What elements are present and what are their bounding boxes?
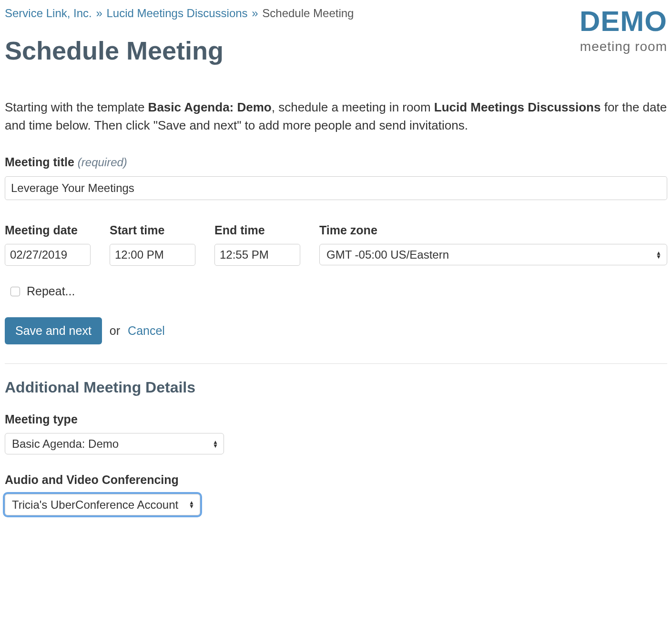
meeting-date-input[interactable] <box>5 244 91 266</box>
breadcrumb-sep-icon: » <box>96 7 102 20</box>
or-text: or <box>110 322 120 340</box>
breadcrumb-link-room[interactable]: Lucid Meetings Discussions <box>106 7 247 20</box>
end-time-label: End time <box>214 221 300 240</box>
intro-text: Starting with the template Basic Agenda:… <box>5 99 667 134</box>
additional-details-heading: Additional Meeting Details <box>5 376 667 399</box>
repeat-label[interactable]: Repeat... <box>27 282 75 301</box>
cancel-link[interactable]: Cancel <box>128 322 165 340</box>
end-time-input[interactable] <box>214 244 300 266</box>
repeat-checkbox[interactable] <box>10 287 20 296</box>
logo-sub: meeting room <box>580 37 667 57</box>
divider <box>5 363 667 364</box>
breadcrumb-current: Schedule Meeting <box>262 7 354 20</box>
meeting-date-label: Meeting date <box>5 221 91 240</box>
start-time-input[interactable] <box>110 244 195 266</box>
demo-logo: DEMO meeting room <box>580 7 667 57</box>
meeting-title-label: Meeting title (required) <box>5 153 667 171</box>
required-hint: (required) <box>78 156 127 169</box>
logo-main: DEMO <box>580 7 667 36</box>
breadcrumb: Service Link, Inc. » Lucid Meetings Disc… <box>5 5 354 22</box>
meeting-type-select[interactable]: Basic Agenda: Demo <box>5 433 224 454</box>
breadcrumb-sep-icon: » <box>252 7 258 20</box>
page-title: Schedule Meeting <box>5 31 354 70</box>
save-and-next-button[interactable]: Save and next <box>5 317 102 344</box>
timezone-label: Time zone <box>319 221 667 240</box>
start-time-label: Start time <box>110 221 195 240</box>
av-conferencing-label: Audio and Video Conferencing <box>5 471 667 489</box>
meeting-title-input[interactable] <box>5 176 667 200</box>
breadcrumb-link-org[interactable]: Service Link, Inc. <box>5 7 92 20</box>
timezone-select[interactable]: GMT -05:00 US/Eastern <box>319 244 667 265</box>
av-conferencing-select[interactable]: Tricia's UberConference Account <box>5 494 200 515</box>
meeting-type-label: Meeting type <box>5 411 667 429</box>
